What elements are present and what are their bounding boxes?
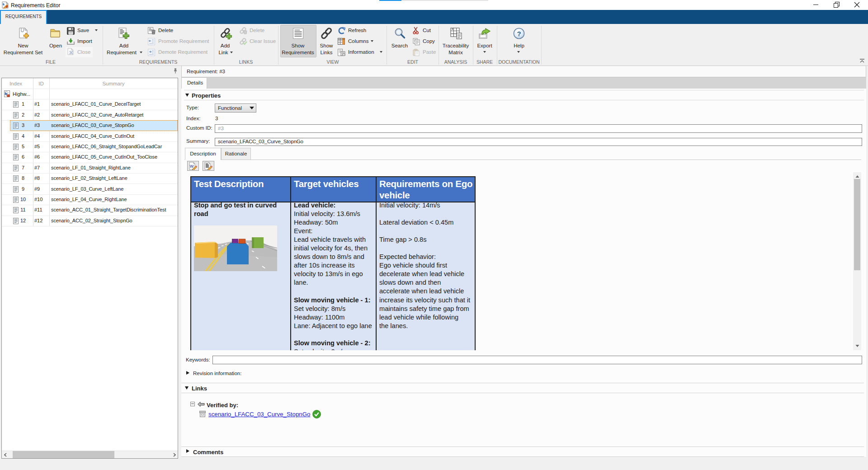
svg-text:?: ?: [517, 30, 521, 38]
svg-text:W: W: [190, 164, 194, 169]
